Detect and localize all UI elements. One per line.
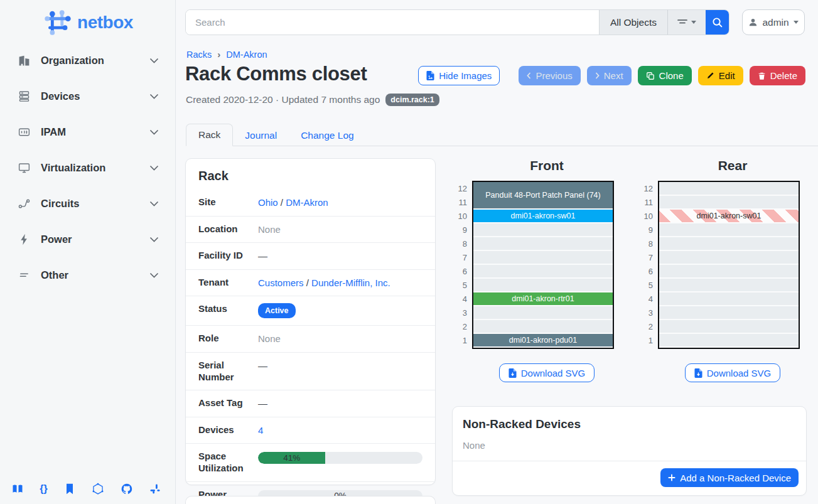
search-input[interactable] — [186, 10, 599, 35]
rack-attribute-row-tenant: TenantCustomers / Dunder-Mifflin, Inc. — [186, 270, 435, 297]
unit-number: 3 — [453, 306, 467, 320]
unit-number: 5 — [639, 279, 653, 292]
rack-device[interactable]: dmi01-akron-sw01 — [659, 210, 799, 222]
rack-unit-slot[interactable] — [659, 251, 799, 265]
chevron-down-icon — [149, 129, 159, 135]
user-label: admin — [762, 17, 788, 28]
bookmark-icon[interactable] — [63, 483, 76, 495]
chevron-down-icon — [149, 272, 159, 278]
breadcrumb-link-dm-akron[interactable]: DM-Akron — [226, 50, 267, 60]
copy-icon — [646, 72, 655, 80]
tab-change-log[interactable]: Change Log — [289, 125, 365, 146]
rack-unit-slot[interactable] — [659, 223, 799, 237]
download-svg-button-rear[interactable]: Download SVG — [685, 363, 781, 382]
user-menu-button[interactable]: admin — [742, 9, 805, 35]
search-scope-button[interactable]: All Objects — [599, 10, 667, 35]
rack-unit-slot[interactable] — [659, 334, 799, 348]
device-name: dmi01-akron-sw01 — [511, 212, 576, 220]
rack-unit-slot[interactable] — [659, 279, 799, 292]
rack-unit-slot[interactable] — [473, 306, 613, 320]
counter-icon — [18, 126, 31, 139]
attribute-value: 41% — [258, 451, 422, 464]
action-buttons: Hide ImagesPreviousNextCloneEditDelete — [418, 66, 805, 85]
rack-unit-slot[interactable] — [659, 182, 799, 196]
rack-unit-slot[interactable] — [659, 237, 799, 251]
download-svg-button-front[interactable]: Download SVG — [499, 363, 595, 382]
unit-number: 6 — [639, 265, 653, 279]
sidebar-item-devices[interactable]: Devices — [0, 78, 175, 114]
lightning-icon — [18, 233, 31, 246]
netbox-logo[interactable]: netbox — [0, 0, 175, 39]
breadcrumb-link-racks[interactable]: Racks — [186, 50, 212, 60]
caret-down-icon — [794, 21, 799, 24]
file-image-icon — [426, 71, 434, 80]
elevation-title-front: Front — [476, 158, 618, 173]
file-download-icon — [509, 368, 517, 378]
building-icon — [18, 54, 31, 67]
rack-unit-slot[interactable] — [659, 306, 799, 320]
rack-unit-slot[interactable] — [473, 265, 613, 279]
rack-unit-slot[interactable] — [659, 265, 799, 279]
sidebar-item-ipam[interactable]: IPAM — [0, 114, 175, 150]
rack-device[interactable]: dmi01-akron-rtr01 — [473, 292, 613, 305]
sidebar-item-label: IPAM — [41, 126, 139, 138]
attribute-label: Facility ID — [198, 250, 258, 262]
sidebar-item-circuits[interactable]: Circuits — [0, 186, 175, 222]
attribute-label: Location — [198, 223, 258, 235]
attribute-link-dm-akron[interactable]: DM-Akron — [286, 197, 328, 208]
sidebar-item-organization[interactable]: Organization — [0, 43, 175, 78]
edit-button[interactable]: Edit — [698, 66, 743, 85]
rack-device[interactable]: dmi01-akron-pdu01 — [473, 334, 613, 346]
elevation-title-rear: Rear — [662, 158, 804, 173]
attribute-link-ohio[interactable]: Ohio — [258, 197, 278, 208]
rack-unit-slot[interactable] — [473, 320, 613, 334]
attribute-link-customers[interactable]: Customers — [258, 277, 304, 288]
attribute-label: Space Utilization — [198, 451, 258, 475]
unit-number: 2 — [639, 320, 653, 334]
rack-elevation-rear: dmi01-akron-sw01 — [658, 181, 800, 349]
slack-icon[interactable] — [149, 483, 161, 495]
tab-journal[interactable]: Journal — [233, 125, 289, 146]
attribute-value: None — [258, 333, 422, 345]
clone-button[interactable]: Clone — [638, 66, 692, 85]
search-filter-button[interactable] — [667, 10, 706, 35]
edit-label: Edit — [719, 70, 735, 81]
netbox-logo-text: netbox — [77, 13, 133, 33]
rack-attribute-row-site: SiteOhio / DM-Akron — [186, 190, 435, 217]
rack-attribute-row-facility-id: Facility ID— — [186, 243, 435, 270]
github-icon[interactable] — [121, 483, 133, 495]
rack-device[interactable]: dmi01-akron-sw01 — [473, 210, 613, 222]
graphql-icon[interactable] — [92, 483, 104, 495]
add-non-racked-device-button[interactable]: Add a Non-Racked Device — [660, 468, 799, 487]
rack-unit-slot[interactable] — [473, 279, 613, 292]
rack-unit-slot[interactable] — [659, 196, 799, 210]
netbox-logo-icon — [42, 9, 73, 37]
tab-rack[interactable]: Rack — [186, 124, 233, 146]
book-icon[interactable] — [11, 483, 24, 495]
search-submit-button[interactable] — [706, 10, 729, 35]
chevron-down-icon — [149, 165, 159, 171]
sidebar-item-label: Organization — [41, 55, 139, 67]
rack-unit-slot[interactable] — [473, 223, 613, 237]
status-badge: Active — [258, 303, 296, 318]
rack-device[interactable]: Panduit 48-Port Patch Panel (74) — [473, 182, 613, 208]
rack-unit-slot[interactable] — [473, 237, 613, 251]
sidebar-item-power[interactable]: Power — [0, 222, 175, 257]
sidebar-item-virtualization[interactable]: Virtualization — [0, 150, 175, 186]
progress-bar: 41% — [258, 452, 422, 464]
rack-unit-slot[interactable] — [659, 320, 799, 334]
next-button[interactable]: Next — [587, 66, 632, 85]
hide-images-button[interactable]: Hide Images — [418, 66, 500, 85]
clone-label: Clone — [659, 70, 684, 81]
progress-fill: 41% — [258, 452, 325, 464]
braces-icon[interactable]: {} — [40, 483, 47, 495]
rack-elevation-front: Panduit 48-Port Patch Panel (74)dmi01-ak… — [472, 181, 614, 349]
delete-button[interactable]: Delete — [750, 66, 805, 85]
next-label: Next — [604, 70, 623, 81]
previous-button[interactable]: Previous — [519, 66, 580, 85]
rack-unit-slot[interactable] — [659, 292, 799, 306]
attribute-link-dunder-mifflin-inc[interactable]: Dunder-Mifflin, Inc. — [311, 277, 390, 288]
sidebar-item-other[interactable]: Other — [0, 257, 175, 293]
attribute-link[interactable]: 4 — [258, 425, 263, 436]
rack-unit-slot[interactable] — [473, 251, 613, 265]
